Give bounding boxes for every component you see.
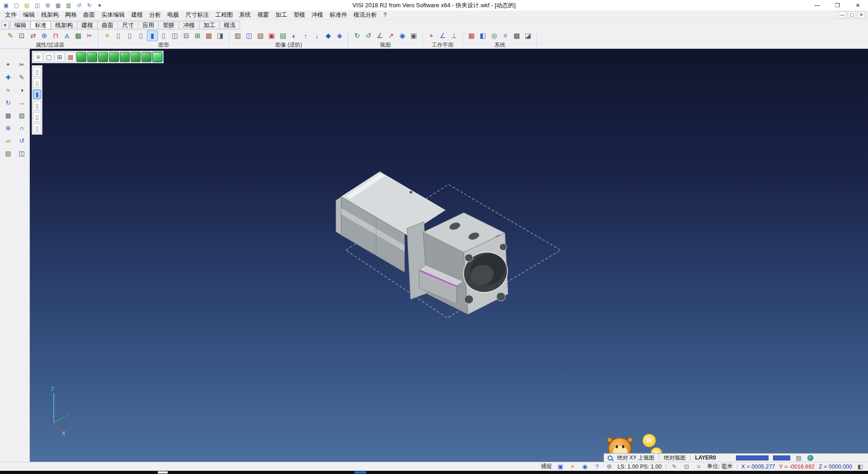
tab-6[interactable]: 应用	[138, 21, 159, 29]
units-label[interactable]: 单位: 毫米	[707, 463, 733, 470]
menu-item-12[interactable]: 视窗	[254, 10, 272, 20]
view-right-icon[interactable]	[109, 52, 119, 62]
dynamic-view-icon[interactable]: ↗	[386, 30, 396, 41]
render-colors-icon[interactable]: ▦	[66, 52, 75, 62]
text-attributes-icon[interactable]: A	[61, 30, 72, 41]
swap-filter-icon[interactable]: ⇄	[28, 30, 38, 41]
menu-item-0[interactable]: 文件	[2, 10, 20, 20]
gear-icon[interactable]: ⚙	[605, 463, 613, 470]
lower-image-icon[interactable]: ↓	[311, 30, 322, 41]
restore-button[interactable]: ❐	[827, 0, 848, 10]
tab-9[interactable]: 加工	[199, 21, 220, 29]
move-icon[interactable]: ✚	[2, 71, 14, 83]
gem-render-icon[interactable]: ◆	[323, 30, 334, 41]
snap-toggle[interactable]: 捕捉	[541, 463, 552, 470]
export-icon[interactable]: ◫	[16, 147, 28, 159]
raise-image-icon[interactable]: ↑	[300, 30, 311, 41]
window-single-icon[interactable]: ▢	[44, 52, 54, 62]
graphics-options-icon[interactable]: ◨	[215, 30, 226, 41]
dimension-icon[interactable]: ↔	[16, 97, 28, 108]
menu-item-15[interactable]: 冲模	[308, 10, 326, 20]
viewport-3d[interactable]: ≡▢⊞▦ ▯▯▮▯▯▯	[30, 49, 868, 462]
body-item-active-icon[interactable]: ▮	[33, 90, 41, 99]
tab-7[interactable]: 塑膜	[158, 21, 179, 29]
view-bottom-icon[interactable]	[142, 52, 151, 62]
menu-item-9[interactable]: 尺寸标注	[182, 10, 212, 20]
print-icon[interactable]: ▦	[53, 1, 63, 9]
menu-item-16[interactable]: 标准件	[326, 10, 350, 20]
workplane-angle-icon[interactable]: ∠	[437, 30, 448, 41]
fillet-icon[interactable]: ∩	[16, 122, 28, 133]
window-multi-icon[interactable]: ⊞	[55, 52, 65, 62]
help-icon[interactable]: ?	[593, 463, 601, 470]
menu-item-5[interactable]: 实体编辑	[98, 10, 128, 20]
body-item-icon[interactable]: ▯	[33, 78, 41, 88]
grid-snap-icon[interactable]: ⌗	[695, 463, 703, 470]
trim-icon[interactable]: ✂	[16, 59, 28, 70]
globe-system-icon[interactable]: ◎	[489, 30, 500, 41]
save-icon[interactable]: ◫	[33, 1, 42, 9]
tab-3[interactable]: 建模	[77, 21, 98, 29]
view-top-icon[interactable]	[87, 52, 97, 62]
app-menu-icon[interactable]: ▣	[1, 1, 11, 9]
minimize-button[interactable]: —	[807, 0, 827, 10]
view-left-icon[interactable]	[120, 52, 130, 62]
menu-item-2[interactable]: 线架构	[38, 10, 62, 20]
solid-view-icon[interactable]: ▯	[113, 30, 124, 41]
material-box-icon[interactable]: ▩	[203, 30, 214, 41]
undo-view-icon[interactable]: ↺	[16, 135, 28, 146]
users-icon[interactable]: ◉	[581, 463, 589, 470]
shading-icon[interactable]: ☀	[102, 30, 113, 41]
curve-icon[interactable]: ≈	[2, 84, 14, 95]
solid-tools-icon[interactable]: ▦	[2, 109, 14, 121]
solid-hide-icon[interactable]: ▯	[124, 30, 135, 41]
tab-5[interactable]: 尺寸	[118, 21, 138, 29]
wireframe-icon[interactable]: ◫	[170, 30, 180, 41]
tab-0[interactable]: 编辑	[10, 21, 31, 29]
layers-add-icon[interactable]: ⊞	[192, 30, 203, 41]
plot-icon[interactable]: ▥	[64, 1, 73, 9]
gradient-icon[interactable]: ◪	[523, 30, 533, 41]
copy-attributes-icon[interactable]: ⊡	[16, 30, 27, 41]
solid-show-icon[interactable]: ▯	[136, 30, 146, 41]
close-button[interactable]: ✕	[848, 0, 868, 10]
body-item-icon[interactable]: ▯	[33, 112, 41, 122]
solid-list-icon[interactable]: ▯	[158, 30, 169, 41]
mdi-close-button[interactable]: ✕	[857, 11, 865, 18]
refresh-view-icon[interactable]: ↻	[352, 30, 363, 41]
menu-item-1[interactable]: 编辑	[20, 10, 38, 20]
mirror-icon[interactable]: ◑	[16, 84, 28, 95]
advanced-render-icon[interactable]: ◈	[334, 30, 345, 41]
eye-view-icon[interactable]: ◉	[397, 30, 408, 41]
solid-active-icon[interactable]: ▮	[147, 30, 158, 41]
camera-view-icon[interactable]: ▣	[408, 30, 419, 41]
menu-item-14[interactable]: 塑模	[290, 10, 308, 20]
tab-1[interactable]: 标准	[30, 21, 51, 29]
snap-settings-icon[interactable]: ⌗	[500, 30, 511, 41]
pattern-icon[interactable]: ▱	[2, 135, 14, 146]
screen-icon[interactable]: ▣	[557, 463, 565, 470]
search-icon[interactable]	[608, 455, 613, 460]
link-filter-icon[interactable]: ⊕	[39, 30, 50, 41]
snapshot-icon[interactable]: ▣	[266, 30, 277, 41]
menu-item-11[interactable]: 系统	[236, 10, 254, 20]
workplane-normal-icon[interactable]: ⊥	[448, 30, 459, 41]
color-palette-icon[interactable]: ▦	[466, 30, 477, 41]
layer-image-icon[interactable]: ▤	[278, 30, 288, 41]
hatch-icon[interactable]: ▨	[2, 147, 14, 159]
boolean-icon[interactable]: ⊕	[2, 122, 14, 133]
select-icon[interactable]: ⌖	[2, 59, 14, 70]
layers-box-icon[interactable]: ⊟	[181, 30, 192, 41]
active-layer-label[interactable]: LAYER0	[695, 455, 716, 461]
menu-item-10[interactable]: 工程图	[212, 10, 236, 20]
tab-8[interactable]: 冲模	[179, 21, 199, 29]
edit-attributes-icon[interactable]: ✎	[5, 30, 16, 41]
body-item-icon[interactable]: ▯	[33, 123, 41, 133]
texture-icon[interactable]: ▥	[232, 30, 243, 41]
surface-tools-icon[interactable]: ▧	[16, 109, 28, 121]
menu-item-8[interactable]: 电极	[164, 10, 182, 20]
cad-model-3d[interactable]	[307, 158, 579, 339]
tab-2[interactable]: 线架构	[51, 21, 77, 29]
layer-filter-icon[interactable]: ▦	[73, 30, 84, 41]
menu-item-17[interactable]: 模流分析	[350, 10, 380, 20]
